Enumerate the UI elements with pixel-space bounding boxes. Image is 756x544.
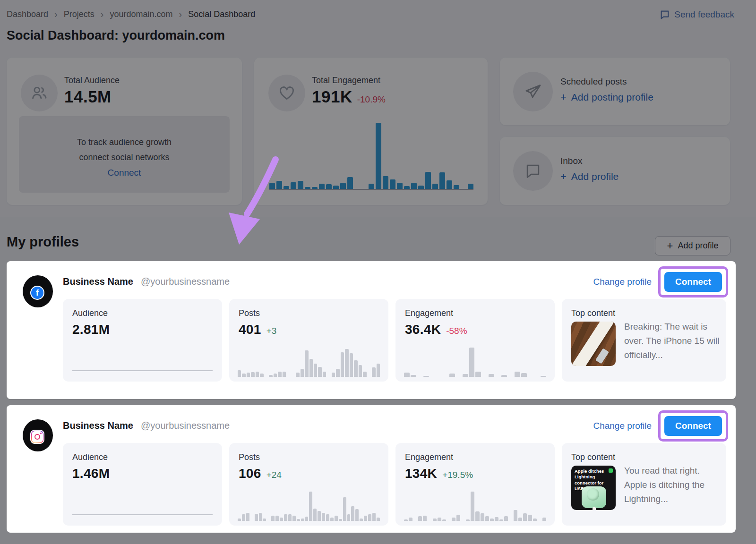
audience-stat-card: Audience 2.81M [63, 299, 222, 382]
business-name: Business Name [63, 420, 133, 431]
engagement-sparkline [404, 348, 546, 377]
engagement-value: 36.4K-58% [405, 322, 545, 337]
change-profile-link[interactable]: Change profile [593, 277, 652, 287]
audience-flat-trend-line [72, 370, 213, 371]
camera-bump-graphic [587, 488, 599, 501]
engagement-number: 134K [405, 466, 437, 481]
engagement-stat-card: Engagement 36.4K-58% [395, 299, 555, 382]
instagram-icon [30, 430, 44, 444]
posts-stat-card: Posts 106+24 [229, 443, 388, 526]
profile-handle: @yourbusinessname [141, 276, 230, 287]
engagement-change: +19.5% [442, 470, 473, 480]
facebook-icon: f [30, 286, 44, 300]
audience-stat-card: Audience 1.46M [63, 443, 222, 526]
business-name: Business Name [63, 276, 133, 287]
audience-label: Audience [72, 452, 213, 462]
engagement-stat-card: Engagement 134K+19.5% [395, 443, 555, 526]
lightning-connector-graphic [595, 348, 609, 364]
profile-name: Business Name@yourbusinessname [63, 420, 230, 431]
engagement-value: 134K+19.5% [405, 466, 545, 481]
audience-label: Audience [72, 308, 213, 318]
engagement-sparkline [404, 492, 546, 521]
publisher-logo [609, 468, 613, 473]
profile-handle: @yourbusinessname [141, 420, 230, 431]
change-profile-link[interactable]: Change profile [593, 421, 652, 431]
usb-cable-graphic [593, 507, 596, 510]
posts-value: 401+3 [239, 322, 379, 337]
top-content-card: Top content Apple ditches Lightning conn… [562, 443, 726, 526]
posts-label: Posts [239, 452, 379, 462]
posts-change: +24 [266, 470, 282, 480]
profile-row-facebook: f Business Name@yourbusinessname Change … [7, 261, 736, 399]
profile-row-instagram: Business Name@yourbusinessname Change pr… [7, 405, 736, 533]
audience-value: 2.81M [72, 322, 213, 337]
audience-flat-trend-line [72, 514, 213, 515]
engagement-number: 36.4K [405, 322, 441, 337]
top-content-card: Top content Breaking: The wait is over. … [562, 299, 726, 382]
engagement-label: Engagement [405, 308, 545, 318]
audience-value: 1.46M [72, 466, 213, 481]
posts-sparkline [238, 348, 380, 377]
posts-change: +3 [266, 326, 277, 336]
connect-highlight-annotation: Connect [658, 266, 728, 298]
engagement-change: -58% [446, 326, 467, 336]
top-content-text: You read that right. Apple is ditching t… [624, 464, 721, 506]
posts-value: 106+24 [239, 466, 379, 481]
top-content-label: Top content [571, 308, 717, 318]
profile-name: Business Name@yourbusinessname [63, 276, 230, 287]
posts-number: 106 [239, 466, 261, 481]
top-content-thumbnail[interactable] [571, 322, 616, 366]
top-content-label: Top content [571, 452, 717, 462]
connect-button[interactable]: Connect [664, 416, 722, 436]
posts-stat-card: Posts 401+3 [229, 299, 388, 382]
lightning-cable-graphic [571, 322, 616, 366]
top-content-text: Breaking: The wait is over. The iPhone 1… [624, 320, 721, 362]
connect-highlight-annotation: Connect [658, 410, 728, 442]
connect-button[interactable]: Connect [664, 272, 722, 292]
my-profiles-panel: f Business Name@yourbusinessname Change … [7, 261, 736, 533]
posts-label: Posts [239, 308, 379, 318]
posts-number: 401 [239, 322, 261, 337]
engagement-label: Engagement [405, 452, 545, 462]
top-content-thumbnail[interactable]: Apple ditches Lightning connector for US… [571, 466, 616, 510]
annotation-arrow [208, 147, 312, 251]
posts-sparkline [238, 492, 380, 521]
